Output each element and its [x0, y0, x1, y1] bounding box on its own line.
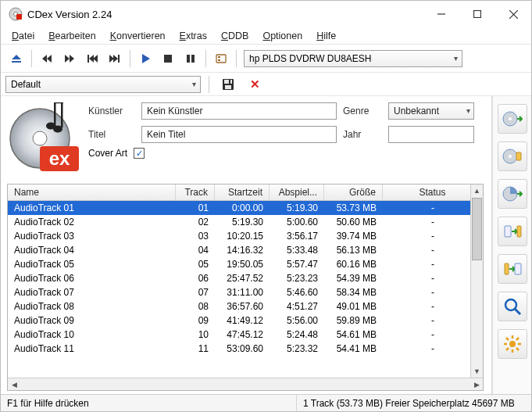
cell-start: 53:09.60 [215, 343, 270, 354]
delete-profile-button[interactable]: ✕ [245, 74, 265, 95]
cell-name: AudioTrack 04 [8, 245, 176, 256]
cell-status: - [383, 231, 483, 242]
col-track[interactable]: Track [176, 185, 215, 200]
save-profile-button[interactable] [218, 74, 238, 95]
col-play[interactable]: Abspiel... [270, 185, 324, 200]
pause-button[interactable] [180, 48, 201, 69]
minimize-button[interactable] [423, 1, 459, 27]
col-name[interactable]: Name [8, 185, 176, 200]
table-row[interactable]: AudioTrack 030310:20.153:56.1739.74 MB- [8, 229, 483, 243]
table-row[interactable]: AudioTrack 040414:16.325:33.4856.13 MB- [8, 243, 483, 257]
menu-extras[interactable]: Extras [173, 29, 213, 43]
play-button[interactable] [135, 48, 155, 69]
titlebar: CDex Version 2.24 [1, 1, 531, 27]
skip-back-button[interactable] [82, 48, 102, 69]
cell-status: - [383, 273, 483, 284]
menu-bearbeiten[interactable]: Bearbeiten [42, 29, 102, 43]
svg-rect-13 [87, 55, 89, 63]
cell-name: AudioTrack 02 [8, 217, 176, 227]
svg-line-57 [506, 348, 509, 350]
scroll-down-icon[interactable]: ▼ [471, 365, 483, 378]
menu-hilfe[interactable]: Hilfe [310, 29, 342, 43]
chevron-down-icon: ▾ [454, 54, 458, 63]
svg-rect-45 [517, 226, 521, 237]
cell-play: 4:51.27 [270, 301, 324, 312]
table-row[interactable]: AudioTrack 111153:09.605:23.3254.41 MB- [8, 342, 483, 356]
year-field[interactable] [388, 126, 474, 143]
artist-field[interactable] [141, 102, 337, 120]
content: ex Künstler Genre Unbekannt ▾ Titel [1, 96, 531, 394]
scroll-left-icon[interactable]: ◀ [8, 378, 20, 391]
table-row[interactable]: AudioTrack 070731:11.005:46.6058.34 MB- [8, 285, 483, 299]
stop-button[interactable] [158, 48, 178, 69]
cell-track: 03 [176, 231, 215, 242]
table-row[interactable]: AudioTrack 01010:00.005:19.3053.73 MB- [8, 201, 483, 215]
convert-wav-mp3-button[interactable] [498, 217, 527, 246]
col-start[interactable]: Startzeit [215, 185, 270, 200]
cell-play: 5:23.32 [270, 343, 324, 354]
extract-mp3-button[interactable] [498, 142, 527, 171]
cell-status: - [383, 301, 483, 312]
col-size[interactable]: Größe [324, 185, 383, 200]
scroll-up-icon[interactable]: ▲ [471, 185, 483, 197]
genre-select[interactable]: Unbekannt ▾ [388, 102, 474, 120]
scroll-thumb[interactable] [472, 198, 482, 260]
svg-rect-18 [118, 55, 120, 63]
cell-track: 11 [176, 343, 215, 354]
cddb-query-button[interactable] [498, 292, 527, 321]
next-block-button[interactable] [59, 48, 80, 69]
extract-partial-button[interactable] [498, 179, 527, 209]
svg-line-56 [516, 348, 519, 350]
settings-button[interactable] [498, 329, 527, 359]
cell-track: 10 [176, 329, 215, 340]
svg-rect-27 [224, 80, 232, 84]
svg-rect-25 [218, 59, 220, 61]
horizontal-scrollbar[interactable]: ◀ ▶ [8, 378, 483, 390]
extract-wav-button[interactable] [498, 104, 527, 134]
drive-select[interactable]: hp PLDS DVDRW DU8AESH ▾ [244, 50, 462, 67]
svg-rect-44 [505, 226, 511, 237]
svg-line-55 [506, 338, 509, 340]
cell-status: - [383, 245, 483, 256]
title-field[interactable] [141, 126, 337, 143]
vertical-scrollbar[interactable]: ▲ ▼ [470, 185, 483, 378]
skip-fwd-button[interactable] [105, 48, 125, 69]
coverart-checkbox[interactable]: ✓ [134, 148, 145, 159]
main-pane: ex Künstler Genre Unbekannt ▾ Titel [1, 96, 492, 394]
configure-button[interactable] [211, 48, 231, 69]
window-title: CDex Version 2.24 [27, 9, 112, 20]
cell-play: 5:46.60 [270, 287, 324, 298]
cell-size: 60.16 MB [324, 259, 383, 270]
cell-start: 36:57.60 [215, 301, 270, 312]
table-row[interactable]: AudioTrack 02025:19.305:00.6050.60 MB- [8, 215, 483, 229]
close-button[interactable] [495, 1, 531, 27]
menu-konvertieren[interactable]: Konvertieren [104, 29, 172, 43]
table-row[interactable]: AudioTrack 080836:57.604:51.2749.01 MB- [8, 299, 483, 313]
cell-track: 07 [176, 287, 215, 298]
status-selection: 1 Track (53.73 MB) Freier Speicherplatz … [297, 395, 531, 411]
cell-size: 58.34 MB [324, 287, 383, 298]
table-row[interactable]: AudioTrack 101047:45.125:24.4854.61 MB- [8, 328, 483, 342]
menu-optionen[interactable]: Optionen [256, 29, 309, 43]
toolbar: hp PLDS DVDRW DU8AESH ▾ [1, 45, 531, 73]
col-status[interactable]: Status [383, 185, 483, 200]
cell-play: 5:56.00 [270, 315, 324, 326]
menu-datei[interactable]: Datei [5, 29, 41, 43]
cell-play: 3:56.17 [270, 231, 324, 242]
convert-mp3-wav-button[interactable] [498, 254, 527, 284]
eject-button[interactable] [6, 48, 27, 69]
svg-rect-46 [505, 263, 509, 274]
table-row[interactable]: AudioTrack 050519:50.055:57.4760.16 MB- [8, 257, 483, 271]
table-row[interactable]: AudioTrack 060625:47.525:23.2354.39 MB- [8, 271, 483, 285]
maximize-button[interactable] [459, 1, 495, 27]
svg-rect-22 [191, 55, 195, 63]
scroll-right-icon[interactable]: ▶ [470, 378, 483, 391]
svg-rect-24 [218, 56, 220, 58]
profile-select[interactable]: Default ▾ [5, 76, 201, 93]
svg-point-39 [509, 117, 512, 120]
menu-cddb[interactable]: CDDB [215, 29, 255, 43]
track-table: Name Track Startzeit Abspiel... Größe St… [7, 184, 484, 391]
prev-block-button[interactable] [37, 48, 57, 69]
table-row[interactable]: AudioTrack 090941:49.125:56.0059.89 MB- [8, 313, 483, 328]
svg-rect-33 [61, 102, 63, 127]
